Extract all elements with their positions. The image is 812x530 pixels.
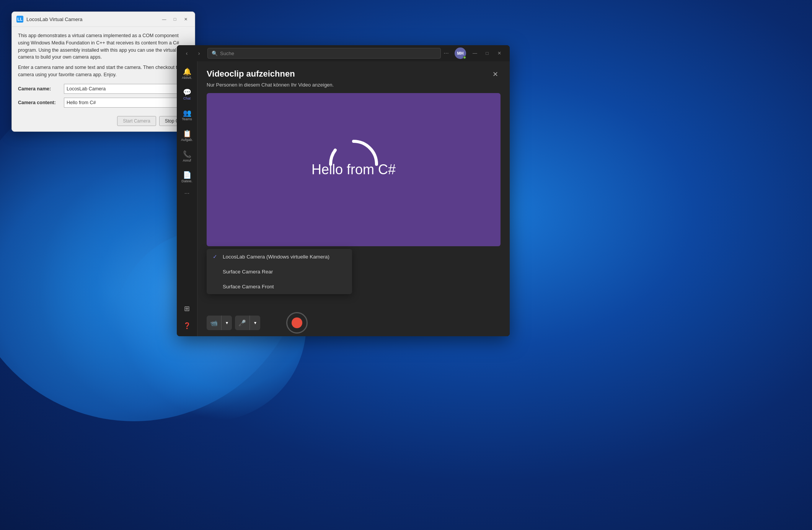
- tasks-icon: 📋: [183, 130, 191, 137]
- mic-chevron-button[interactable]: ▾: [249, 316, 260, 330]
- forward-button[interactable]: ›: [194, 48, 204, 59]
- sidebar-item-help[interactable]: ❓: [179, 318, 195, 333]
- video-dialog-header: Videoclip aufzeichnen ✕: [207, 69, 501, 80]
- forward-icon: ›: [198, 50, 200, 56]
- video-controls-bar: 📹 ▾ 🎤 ▾: [197, 309, 510, 336]
- minimize-button[interactable]: —: [160, 16, 169, 23]
- video-dialog-close-button[interactable]: ✕: [490, 69, 501, 80]
- avatar-status-indicator: [463, 56, 466, 59]
- camera-preview: Hello from C#: [207, 93, 501, 246]
- locoslab-app-icon: LL: [16, 16, 23, 23]
- calls-icon: 📞: [183, 151, 191, 158]
- camera-control-group: 📹 ▾: [207, 316, 232, 330]
- mic-chevron-icon: ▾: [254, 320, 256, 326]
- description-1: This app demonstrates a virtual camera i…: [18, 32, 189, 61]
- video-dialog-title: Videoclip aufzeichnen: [207, 69, 295, 79]
- locoslab-body: This app demonstrates a virtual camera i…: [12, 27, 195, 131]
- camera-content-label: Camera content:: [18, 100, 64, 105]
- more-dots-sidebar-icon: ···: [184, 190, 189, 196]
- apps-icon: ⊞: [184, 305, 190, 312]
- close-button[interactable]: ✕: [181, 16, 190, 23]
- user-avatar[interactable]: MH: [455, 47, 466, 59]
- camera-toggle-button[interactable]: 📹: [207, 316, 221, 330]
- teams-content-area: ⬚ Videoclip aufzeichnen ✕ Nur Personen i…: [197, 61, 510, 336]
- sidebar-label-chat: Chat: [183, 97, 191, 100]
- dialog-close-icon: ✕: [492, 70, 498, 79]
- teams-maximize-button[interactable]: □: [481, 47, 493, 59]
- camera-option-surface-front-label: Surface Camera Front: [223, 284, 274, 290]
- camera-option-surface-front[interactable]: Surface Camera Front: [207, 279, 352, 294]
- teams-icon: 👥: [183, 110, 191, 116]
- start-camera-button[interactable]: Start Camera: [117, 116, 156, 126]
- teams-main-area: 🔔 Aktivit. 💬 Chat 👥 Teams 📋 Aufgab. 📞 An…: [177, 61, 510, 336]
- video-dialog: Videoclip aufzeichnen ✕ Nur Personen in …: [197, 61, 510, 336]
- maximize-button[interactable]: □: [170, 16, 179, 23]
- sidebar-item-chat[interactable]: 💬 Chat: [179, 85, 195, 104]
- chat-icon: 💬: [183, 89, 191, 96]
- mic-control-group: 🎤 ▾: [235, 316, 260, 330]
- camera-dropdown: ✓ LocosLab Camera (Windows virtuelle Kam…: [207, 249, 352, 294]
- search-bar[interactable]: 🔍 Suche: [207, 48, 441, 59]
- sidebar-more-button[interactable]: ···: [184, 190, 189, 197]
- locoslab-window: LL LocosLab Virtual Camera — □ ✕ This ap…: [11, 11, 195, 132]
- camera-chevron-icon: ▾: [226, 320, 228, 326]
- sidebar-label-aufgaben: Aufgab.: [181, 138, 193, 142]
- sidebar-label-aktivitat: Aktivit.: [182, 76, 192, 80]
- description-2: Enter a camera name and some text and st…: [18, 64, 189, 79]
- camera-name-row: Camera name:: [18, 84, 189, 94]
- camera-name-input[interactable]: [64, 84, 189, 94]
- sidebar-item-anruf[interactable]: 📞 Anruf: [179, 147, 195, 166]
- more-options-button[interactable]: ···: [441, 48, 452, 59]
- teams-sidebar: 🔔 Aktivit. 💬 Chat 👥 Teams 📋 Aufgab. 📞 An…: [177, 61, 197, 336]
- camera-chevron-button[interactable]: ▾: [221, 316, 232, 330]
- activity-icon: 🔔: [183, 68, 191, 75]
- mic-toggle-button[interactable]: 🎤: [235, 316, 249, 330]
- camera-preview-text: Hello from C#: [311, 162, 396, 178]
- help-icon: ❓: [183, 322, 191, 329]
- sidebar-item-apps[interactable]: ⊞: [179, 301, 195, 316]
- locoslab-titlebar: LL LocosLab Virtual Camera — □ ✕: [12, 12, 195, 27]
- window-controls: — □ ✕: [160, 16, 190, 23]
- record-button[interactable]: [286, 312, 308, 334]
- teams-close-button[interactable]: ✕: [494, 47, 505, 59]
- sidebar-item-aufgaben[interactable]: 📋 Aufgab.: [179, 126, 195, 146]
- record-dot: [292, 317, 302, 328]
- sidebar-item-aktivitat[interactable]: 🔔 Aktivit.: [179, 64, 195, 83]
- sidebar-item-dateien[interactable]: 📄 Dateie.: [179, 168, 195, 187]
- video-dialog-subtitle: Nur Personen in diesem Chat können Ihr V…: [207, 82, 501, 88]
- window-action-buttons: Start Camera Stop Car: [18, 113, 189, 126]
- sidebar-label-anruf: Anruf: [183, 159, 191, 162]
- camera-selected-check: ✓: [213, 254, 219, 260]
- camera-name-label: Camera name:: [18, 86, 64, 92]
- back-button[interactable]: ‹: [181, 48, 192, 59]
- camera-option-surface-rear-label: Surface Camera Rear: [223, 269, 273, 275]
- camera-ctrl-icon: 📹: [210, 319, 218, 327]
- teams-window-controls: — □ ✕: [469, 47, 505, 59]
- camera-content-input[interactable]: [64, 98, 189, 108]
- description-block: This app demonstrates a virtual camera i…: [18, 32, 189, 79]
- sidebar-label-teams: Teams: [182, 118, 192, 121]
- teams-titlebar: ‹ › 🔍 Suche ··· MH — □ ✕: [177, 45, 510, 61]
- teams-nav-buttons: ‹ ›: [181, 48, 204, 59]
- search-placeholder: Suche: [220, 51, 234, 56]
- back-icon: ‹: [186, 50, 188, 56]
- search-icon: 🔍: [212, 51, 218, 56]
- teams-window: ‹ › 🔍 Suche ··· MH — □ ✕ 🔔 Aktivit: [177, 45, 510, 336]
- more-dots-icon: ···: [444, 50, 448, 57]
- sidebar-item-teams[interactable]: 👥 Teams: [179, 106, 195, 125]
- camera-option-locoslab-label: LocosLab Camera (Windows virtuelle Kamer…: [223, 254, 329, 260]
- teams-minimize-button[interactable]: —: [469, 47, 481, 59]
- camera-content-row: Camera content:: [18, 98, 189, 108]
- locoslab-title: LocosLab Virtual Camera: [26, 16, 157, 22]
- files-icon: 📄: [183, 172, 191, 178]
- avatar-initials: MH: [457, 51, 463, 56]
- sidebar-label-dateien: Dateie.: [181, 180, 192, 183]
- camera-option-surface-rear[interactable]: Surface Camera Rear: [207, 264, 352, 279]
- mic-ctrl-icon: 🎤: [238, 319, 246, 327]
- camera-option-locoslab[interactable]: ✓ LocosLab Camera (Windows virtuelle Kam…: [207, 249, 352, 264]
